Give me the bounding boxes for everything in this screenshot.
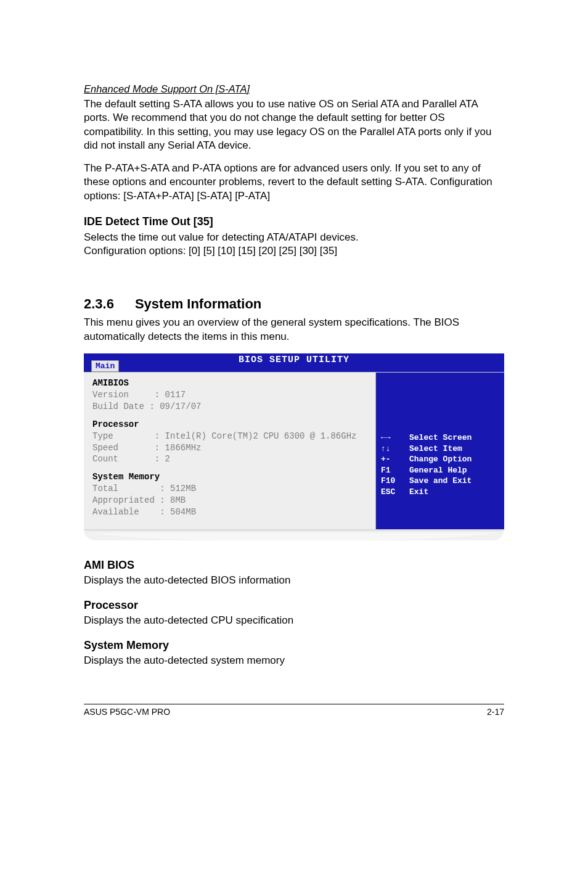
ami-bios-text: Displays the auto-detected BIOS informat… (84, 574, 504, 587)
ide-detect-text-1: Selects the time out value for detecting… (84, 231, 504, 244)
bios-help-key: ↑↓ (381, 444, 401, 455)
enhanced-mode-subheading: Enhanced Mode Support On [S-ATA] (84, 83, 504, 95)
bios-processor-type: Type : Intel(R) Core(TM)2 CPU 6300 @ 1.8… (92, 431, 367, 442)
bios-body: AMIBIOS Version : 0117 Build Date : 09/1… (84, 372, 504, 529)
bios-processor-speed: Speed : 1866MHz (92, 442, 367, 454)
system-memory-heading: System Memory (84, 639, 504, 652)
bios-help-key: ESC (381, 487, 401, 498)
bios-help-label: Select Screen (409, 432, 472, 444)
bios-help-key: ←→ (381, 432, 401, 444)
bios-help-row: +- Change Option (381, 454, 499, 465)
bios-tab-main: Main (91, 360, 119, 372)
bios-help-row: F1 General Help (381, 465, 499, 476)
bios-help-label: Change Option (409, 454, 472, 465)
bios-help-key: F10 (381, 476, 401, 487)
bios-header-bar: Main BIOS SETUP UTILITY (84, 353, 504, 372)
bios-build-date-row: Build Date : 09/17/07 (92, 401, 367, 413)
section-2-3-6-heading: 2.3.6 System Information (84, 296, 504, 312)
bios-system-memory-label: System Memory (92, 471, 367, 483)
bios-bottom-shadow (84, 529, 504, 540)
ide-detect-heading: IDE Detect Time Out [35] (84, 215, 504, 228)
bios-memory-total: Total : 512MB (92, 483, 367, 495)
bios-left-panel: AMIBIOS Version : 0117 Build Date : 09/1… (84, 373, 376, 529)
bios-processor-count: Count : 2 (92, 453, 367, 465)
system-memory-text: Displays the auto-detected system memory (84, 654, 504, 667)
bios-help-label: Save and Exit (409, 476, 472, 487)
page-footer: ASUS P5GC-VM PRO 2-17 (84, 704, 504, 717)
bios-memory-appropriated: Appropriated : 8MB (92, 495, 367, 506)
enhanced-mode-paragraph-1: The default setting S-ATA allows you to … (84, 97, 504, 153)
bios-memory-available: Available : 504MB (92, 506, 367, 518)
processor-text: Displays the auto-detected CPU specifica… (84, 614, 504, 627)
footer-page-number: 2-17 (487, 707, 504, 717)
bios-help-label: General Help (409, 465, 467, 476)
bios-help-panel: ←→ Select Screen ↑↓ Select Item +- Chang… (376, 373, 504, 529)
bios-help-row: ↑↓ Select Item (381, 444, 499, 455)
bios-help-row: ←→ Select Screen (381, 432, 499, 444)
bios-help-row: ESC Exit (381, 487, 499, 498)
system-information-intro: This menu gives you an overview of the g… (84, 316, 504, 344)
bios-processor-label: Processor (92, 419, 367, 431)
bios-version-row: Version : 0117 (92, 389, 367, 401)
bios-header-title: BIOS SETUP UTILITY (239, 355, 349, 365)
bios-help-label: Select Item (409, 444, 462, 455)
bios-amibios-label: AMIBIOS (92, 377, 367, 389)
section-number: 2.3.6 (84, 296, 114, 312)
bios-help-row: F10 Save and Exit (381, 476, 499, 487)
processor-heading: Processor (84, 599, 504, 612)
ide-detect-text-2: Configuration options: [0] [5] [10] [15]… (84, 244, 504, 258)
section-title: System Information (135, 296, 261, 312)
bios-help-key: +- (381, 454, 401, 465)
bios-help-label: Exit (409, 487, 428, 498)
ami-bios-heading: AMI BIOS (84, 559, 504, 572)
footer-product-name: ASUS P5GC-VM PRO (84, 707, 170, 717)
bios-setup-screenshot: Main BIOS SETUP UTILITY AMIBIOS Version … (84, 353, 504, 540)
enhanced-mode-paragraph-2: The P-ATA+S-ATA and P-ATA options are fo… (84, 162, 504, 203)
bios-help-key: F1 (381, 465, 401, 476)
